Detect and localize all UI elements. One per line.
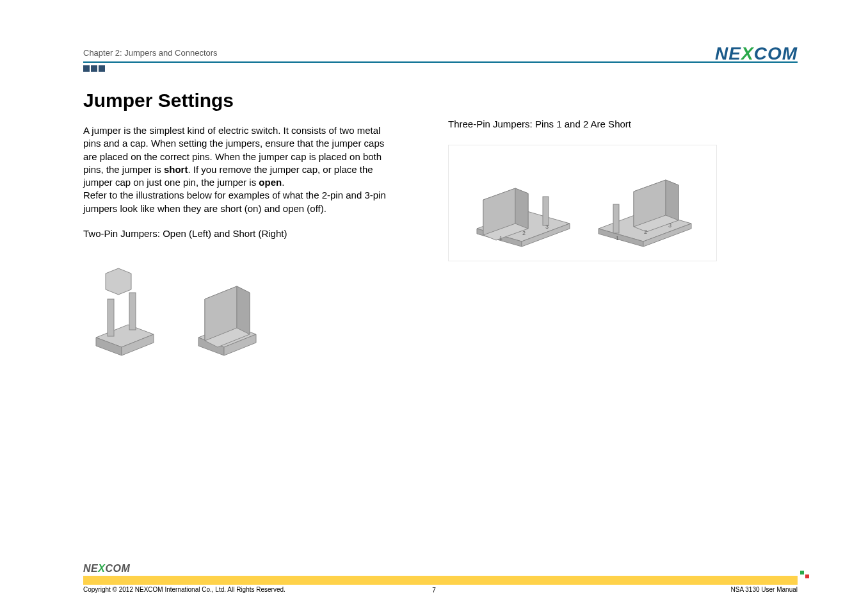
svg-text:3: 3 xyxy=(668,222,671,229)
two-pin-caption: Two-Pin Jumpers: Open (Left) and Short (… xyxy=(83,228,390,239)
svg-rect-3 xyxy=(108,299,114,336)
intro-paragraph: A jumper is the simplest kind of electri… xyxy=(83,124,390,215)
logo-x: X xyxy=(741,44,754,63)
header-rule xyxy=(83,61,798,63)
term-short: short xyxy=(164,164,188,175)
footer-logo-com: COM xyxy=(105,563,130,574)
three-pin-illustration-row: 1 2 3 1 2 xyxy=(448,145,717,261)
right-column: Three-Pin Jumpers: Pins 1 and 2 Are Shor… xyxy=(448,90,755,357)
decorative-ticks xyxy=(83,65,798,72)
svg-text:3: 3 xyxy=(545,224,549,230)
para-text-3: . xyxy=(282,177,284,188)
chapter-label: Chapter 2: Jumpers and Connectors xyxy=(83,48,798,58)
page-footer: NEXCOM Copyright © 2012 NEXCOM Internati… xyxy=(0,563,868,593)
svg-marker-11 xyxy=(237,286,250,334)
svg-rect-4 xyxy=(129,293,136,330)
footer-logo-ne: NE xyxy=(83,563,98,574)
svg-rect-25 xyxy=(613,204,619,233)
brand-logo-footer: NEXCOM xyxy=(83,563,798,574)
svg-text:2: 2 xyxy=(522,230,526,236)
term-open: open xyxy=(259,177,282,188)
footer-logo-x: X xyxy=(98,563,105,574)
svg-rect-18 xyxy=(543,197,549,225)
svg-text:1: 1 xyxy=(499,235,502,241)
three-pin-caption: Three-Pin Jumpers: Pins 1 and 2 Are Shor… xyxy=(448,118,755,129)
svg-text:2: 2 xyxy=(644,229,647,235)
two-pin-open-icon xyxy=(83,254,166,357)
copyright-text: Copyright © 2012 NEXCOM International Co… xyxy=(83,586,285,593)
svg-marker-28 xyxy=(666,180,679,220)
svg-marker-17 xyxy=(515,188,528,229)
svg-text:1: 1 xyxy=(616,235,619,241)
logo-ne: NE xyxy=(715,44,741,63)
two-pin-illustration-row xyxy=(83,254,390,357)
logo-com: COM xyxy=(754,44,798,63)
para-text-4: Refer to the illustrations below for exa… xyxy=(83,190,386,213)
three-pin-short-23-icon: 1 2 3 xyxy=(589,165,698,248)
page-heading: Jumper Settings xyxy=(83,90,390,111)
svg-marker-5 xyxy=(106,268,131,295)
three-pin-short-12-icon: 1 2 3 xyxy=(467,165,576,248)
left-column: Jumper Settings A jumper is the simplest… xyxy=(83,90,390,357)
footer-corner-mark xyxy=(800,571,809,578)
footer-bar xyxy=(83,576,798,585)
two-pin-short-icon xyxy=(186,254,269,357)
doc-title: NSA 3130 User Manual xyxy=(730,586,798,593)
page-number: 7 xyxy=(432,587,436,594)
brand-logo-top: NEXCOM xyxy=(715,44,798,64)
